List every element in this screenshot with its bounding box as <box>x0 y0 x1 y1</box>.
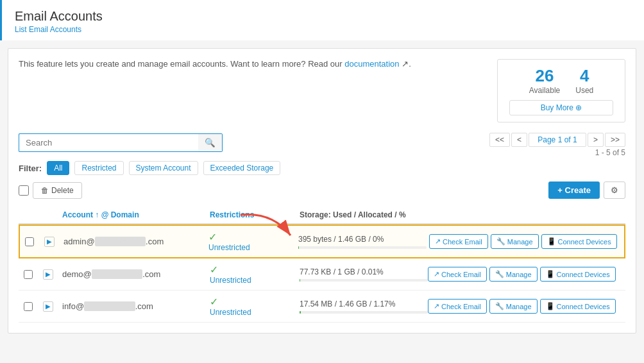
connect-devices-button[interactable]: 📱 Connect Devices <box>540 299 616 314</box>
check-email-button[interactable]: ↗ Check Email <box>428 267 487 282</box>
select-all-checkbox[interactable] <box>19 185 29 196</box>
storage-cell: 77.73 KB / 1 GB / 0.01% <box>300 267 428 282</box>
page-count: 1 - 5 of 5 <box>595 148 625 157</box>
pagination-next[interactable]: > <box>588 133 604 147</box>
page-title: Email Accounts <box>15 9 631 24</box>
wrench-icon: 🔧 <box>496 237 505 246</box>
table-header: Account ↑ @ Domain Restrictions Storage:… <box>19 207 625 224</box>
filter-exceeded-storage[interactable]: Exceeded Storage <box>203 161 281 175</box>
available-label: Available <box>529 86 560 95</box>
create-button[interactable]: + Create <box>548 182 600 199</box>
check-email-button[interactable]: ↗ Check Email <box>429 234 488 249</box>
row-actions: ↗ Check Email 🔧 Manage 📱 Connect Devices <box>428 267 620 282</box>
restrictions-cell: ✓ Unrestricted <box>208 231 298 252</box>
wrench-icon: 🔧 <box>495 270 504 278</box>
pagination-last[interactable]: >> <box>605 133 625 147</box>
manage-button[interactable]: 🔧 Manage <box>491 234 539 249</box>
pagination-controls: << < Page 1 of 1 > >> <box>489 133 625 147</box>
gear-button[interactable]: ⚙ <box>604 182 625 199</box>
used-count: 4 <box>575 66 593 86</box>
email-icon: ↗ <box>434 270 439 278</box>
check-email-button[interactable]: ↗ Check Email <box>428 299 487 314</box>
device-icon: 📱 <box>547 237 556 246</box>
manage-button[interactable]: 🔧 Manage <box>489 267 538 282</box>
table-row: ▶ admin@xxx.com ✓ Unrestricted 395 bytes… <box>19 224 625 258</box>
wrench-icon: 🔧 <box>495 302 504 310</box>
info-description: This feature lets you create and manage … <box>19 59 497 69</box>
search-input[interactable] <box>19 133 198 152</box>
col-storage: Storage: Used / Allocated / % <box>300 210 428 219</box>
row-actions: ↗ Check Email 🔧 Manage 📱 Connect Devices <box>428 299 620 314</box>
row-checkbox[interactable] <box>24 302 33 311</box>
connect-devices-button[interactable]: 📱 Connect Devices <box>541 234 617 249</box>
pagination-first[interactable]: << <box>489 133 510 147</box>
restrictions-cell: ✓ Unrestricted <box>210 264 300 285</box>
delete-button[interactable]: 🗑 Delete <box>33 182 82 199</box>
filter-system-account[interactable]: System Account <box>129 161 198 175</box>
row-checkbox[interactable] <box>24 270 33 279</box>
restrictions-cell: ✓ Unrestricted <box>210 296 300 317</box>
row-checkbox[interactable] <box>25 237 34 246</box>
device-icon: 📱 <box>546 270 555 278</box>
pagination-page[interactable]: Page 1 of 1 <box>529 133 586 147</box>
buy-more-button[interactable]: Buy More ⊕ <box>509 100 613 115</box>
table-row: ▶ demo@xxx.com ✓ Unrestricted 77.73 KB /… <box>19 258 625 291</box>
col-account: Account ↑ @ Domain <box>62 210 139 219</box>
email-icon: ↗ <box>434 302 439 310</box>
expand-button[interactable]: ▶ <box>43 301 53 312</box>
email-cell: demo@xxx.com <box>62 269 210 279</box>
trash-icon: 🗑 <box>41 186 49 195</box>
col-restrictions: Restrictions <box>210 210 300 219</box>
email-cell: info@xxx.com <box>62 301 210 311</box>
filter-label: Filter: <box>19 164 42 173</box>
table-body: ▶ admin@xxx.com ✓ Unrestricted 395 bytes… <box>19 224 625 323</box>
device-icon: 📱 <box>546 302 555 310</box>
table-row: ▶ info@xxx.com ✓ Unrestricted 17.54 MB /… <box>19 291 625 323</box>
stats-box: 26 Available 4 Used Buy More ⊕ <box>497 59 625 122</box>
connect-devices-button[interactable]: 📱 Connect Devices <box>540 267 616 282</box>
filter-all[interactable]: All <box>47 161 69 175</box>
used-label: Used <box>575 86 593 95</box>
storage-cell: 395 bytes / 1.46 GB / 0% <box>298 235 427 249</box>
search-button[interactable]: 🔍 <box>198 133 223 152</box>
pagination-prev[interactable]: < <box>511 133 527 147</box>
storage-cell: 17.54 MB / 1.46 GB / 1.17% <box>300 300 428 314</box>
email-cell: admin@xxx.com <box>64 237 208 246</box>
manage-button[interactable]: 🔧 Manage <box>489 299 538 314</box>
filter-restricted[interactable]: Restricted <box>74 161 123 175</box>
expand-button[interactable]: ▶ <box>43 269 53 280</box>
documentation-link[interactable]: documentation <box>344 59 399 69</box>
expand-button[interactable]: ▶ <box>44 237 55 247</box>
breadcrumb: List Email Accounts <box>15 25 631 34</box>
available-count: 26 <box>529 66 560 86</box>
email-icon: ↗ <box>435 237 441 246</box>
row-actions: ↗ Check Email 🔧 Manage 📱 Connect Devices <box>427 234 619 249</box>
